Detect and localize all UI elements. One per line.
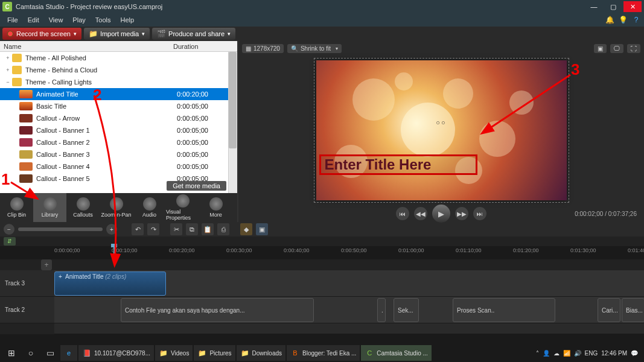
tray-people-icon[interactable]: 👤 bbox=[543, 350, 550, 357]
library-item[interactable]: Callout - Arrow0:00:05;00 bbox=[0, 112, 237, 124]
shrink-to-fit-button[interactable]: 🔍Shrink to fit▾ bbox=[287, 44, 342, 53]
tray-cloud-icon[interactable]: ☁ bbox=[553, 350, 560, 357]
copy-button[interactable]: ⧉ bbox=[186, 223, 198, 235]
track-2-area[interactable]: Contoh File yang akan saya hapus dengan.… bbox=[54, 297, 644, 323]
col-duration[interactable]: Duration bbox=[173, 43, 234, 50]
maximize-button[interactable]: ▢ bbox=[604, 1, 622, 12]
produce-share-button[interactable]: 🎬 Produce and share ▾ bbox=[152, 28, 235, 40]
preview-icon-2[interactable]: 🖵 bbox=[610, 44, 623, 53]
col-name[interactable]: Name bbox=[4, 43, 173, 50]
cortana-button[interactable]: ○ bbox=[22, 345, 40, 361]
title-edit-box[interactable]: Enter Title Here bbox=[319, 154, 477, 175]
taskbar-item[interactable]: 📁Pictures bbox=[194, 345, 235, 361]
library-item[interactable]: Animated Title0:00:20;00 bbox=[0, 88, 237, 100]
edge-taskbar-icon[interactable]: e bbox=[60, 345, 77, 361]
track-2-header[interactable]: Track 2 bbox=[0, 297, 54, 323]
tool-tab-library[interactable]: Library bbox=[33, 193, 66, 222]
help-icon[interactable]: ? bbox=[631, 14, 642, 25]
bell-icon[interactable]: 🔔 bbox=[604, 14, 615, 25]
track-extra[interactable] bbox=[54, 323, 644, 334]
rotate-handle[interactable]: ○○ bbox=[436, 119, 446, 126]
preview-icon-3[interactable]: ⛶ bbox=[627, 44, 640, 53]
clip-contoh[interactable]: Contoh File yang akan saya hapus dengan.… bbox=[121, 298, 314, 322]
record-screen-button[interactable]: Record the screen ▾ bbox=[2, 28, 81, 40]
menu-view[interactable]: View bbox=[44, 15, 68, 25]
step-fwd-button[interactable]: ▶▶ bbox=[455, 207, 468, 220]
tray-lang[interactable]: ENG bbox=[585, 350, 598, 357]
library-item[interactable]: Basic Title0:00:05;00 bbox=[0, 100, 237, 112]
tray-up-icon[interactable]: ˄ bbox=[536, 350, 539, 357]
clip-proses[interactable]: Proses Scan.. bbox=[453, 298, 555, 322]
theme-folder[interactable]: +Theme - All Polished bbox=[0, 52, 237, 64]
clip-cari[interactable]: Cari... bbox=[598, 298, 620, 322]
tool-tab-clip-bin[interactable]: Clip Bin bbox=[0, 193, 33, 222]
taskbar-item[interactable]: BBlogger: Tedi Eka ... bbox=[287, 345, 360, 361]
editing-dimensions-button[interactable]: ▦1278x720 bbox=[242, 44, 284, 53]
menu-file[interactable]: File bbox=[2, 15, 23, 25]
library-item[interactable]: Callout - Banner 10:00:05;00 bbox=[0, 124, 237, 136]
selection-handles[interactable] bbox=[314, 58, 569, 203]
tool-tab-zoom-n-pan[interactable]: Zoom-n-Pan bbox=[100, 193, 133, 222]
adv-toggle-button[interactable]: ⇵ bbox=[4, 237, 16, 246]
track-3-area[interactable]: + Animated Title (2 clips) bbox=[54, 270, 644, 296]
collapse-icon[interactable]: − bbox=[4, 79, 12, 85]
tool-tab-audio[interactable]: Audio bbox=[133, 193, 166, 222]
menu-tools[interactable]: Tools bbox=[91, 15, 116, 25]
menu-help[interactable]: Help bbox=[115, 15, 139, 25]
close-button[interactable]: ✕ bbox=[623, 1, 642, 12]
taskbar-item[interactable]: 📕10.1017@CBO978... bbox=[78, 345, 154, 361]
paste-button[interactable]: 📋 bbox=[202, 223, 214, 235]
expand-clip-icon[interactable]: + bbox=[59, 273, 62, 280]
taskbar-item[interactable]: 📁Downloads bbox=[237, 345, 285, 361]
clip-sek[interactable]: Sek... bbox=[394, 298, 419, 322]
thumb-icon bbox=[19, 150, 33, 159]
markers-button[interactable]: ◆ bbox=[240, 223, 252, 235]
clip-bias[interactable]: Bias... bbox=[622, 298, 644, 322]
library-item[interactable]: Callout - Banner 40:00:05;00 bbox=[0, 160, 237, 173]
preview-icon-1[interactable]: ▣ bbox=[594, 44, 607, 53]
library-item[interactable]: Callout - Banner 30:00:05;00 bbox=[0, 148, 237, 160]
tray-clock[interactable]: 12:46 PM bbox=[601, 350, 627, 357]
import-media-button[interactable]: 📁 Import media ▾ bbox=[84, 28, 150, 40]
tool-tab-visual-properties[interactable]: Visual Properties bbox=[166, 193, 199, 222]
clip-animated-title[interactable]: + Animated Title (2 clips) bbox=[54, 272, 166, 296]
play-button[interactable]: ▶ bbox=[432, 205, 450, 223]
cut-button[interactable]: ✂ bbox=[170, 223, 182, 235]
expand-icon[interactable]: + bbox=[4, 67, 12, 73]
task-view-button[interactable]: ▭ bbox=[41, 345, 59, 361]
tray-notif-icon[interactable]: 💬 bbox=[631, 350, 638, 357]
taskbar-item[interactable]: CCamtasia Studio ... bbox=[361, 345, 431, 361]
minimize-button[interactable]: — bbox=[585, 1, 603, 12]
taskbar-item[interactable]: 📁Videos bbox=[155, 345, 193, 361]
library-scrollbar[interactable] bbox=[228, 52, 237, 193]
library-item[interactable]: Callout - Banner 20:00:05;00 bbox=[0, 136, 237, 148]
zoom-in-button[interactable]: + bbox=[106, 224, 117, 235]
timeline-adv-bar: ⇵ bbox=[0, 237, 644, 246]
expand-icon[interactable]: + bbox=[4, 55, 12, 61]
prev-clip-button[interactable]: ⏮ bbox=[396, 207, 409, 220]
menu-edit[interactable]: Edit bbox=[23, 15, 44, 25]
undo-button[interactable]: ↶ bbox=[132, 223, 144, 235]
zoom-out-button[interactable]: − bbox=[4, 224, 14, 235]
next-clip-button[interactable]: ⏭ bbox=[473, 207, 486, 220]
bulb-icon[interactable]: 💡 bbox=[617, 14, 628, 25]
timeline-ruler[interactable]: 0:00:00;000:00:10;000:00:20;000:00:30;00… bbox=[0, 246, 644, 257]
add-track-button[interactable]: + bbox=[41, 259, 52, 270]
quiz-button[interactable]: ▣ bbox=[256, 223, 268, 235]
redo-button[interactable]: ↷ bbox=[147, 223, 159, 235]
theme-folder[interactable]: +Theme - Behind a Cloud bbox=[0, 64, 237, 76]
zoom-slider[interactable] bbox=[18, 227, 103, 231]
tray-volume-icon[interactable]: 🔊 bbox=[574, 350, 581, 357]
preview-canvas[interactable]: ○○ Enter Title Here bbox=[316, 60, 567, 200]
tray-wifi-icon[interactable]: 📶 bbox=[563, 350, 570, 357]
step-back-button[interactable]: ◀◀ bbox=[414, 207, 427, 220]
split-button[interactable]: ⎙ bbox=[217, 223, 229, 235]
menu-play[interactable]: Play bbox=[68, 15, 90, 25]
start-button[interactable]: ⊞ bbox=[2, 345, 21, 361]
clip-dot[interactable]: . bbox=[377, 298, 386, 322]
track-3-header[interactable]: Track 3 bbox=[0, 270, 54, 296]
theme-folder[interactable]: −Theme - Calling Lights bbox=[0, 76, 237, 88]
tool-tab-callouts[interactable]: Callouts bbox=[66, 193, 100, 222]
get-more-media-button[interactable]: Get more media bbox=[167, 181, 226, 191]
tool-tab-more[interactable]: More bbox=[199, 193, 232, 222]
